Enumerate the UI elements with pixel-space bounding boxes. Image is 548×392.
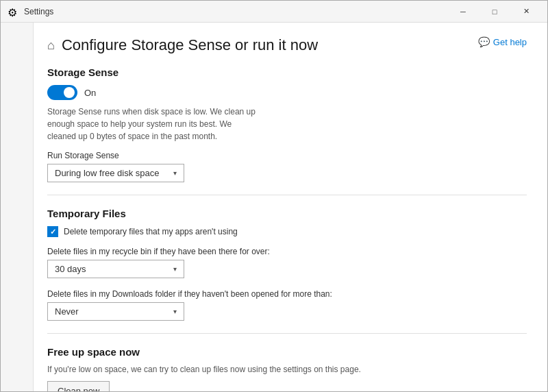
recycle-bin-dropdown-arrow: ▾ (173, 265, 177, 273)
run-storage-dropdown-container: Run Storage Sense During low free disk s… (47, 151, 527, 182)
top-row: ⌂ Configure Storage Sense or run it now … (47, 36, 527, 66)
storage-sense-title: Storage Sense (47, 66, 527, 78)
temporary-files-title: Temporary Files (47, 208, 527, 219)
close-button[interactable]: ✕ (510, 1, 542, 23)
divider-2 (47, 333, 527, 334)
get-help-label: Get help (493, 37, 527, 47)
title-bar-controls: ─ □ ✕ (447, 1, 542, 23)
downloads-dropdown[interactable]: Never ▾ (47, 302, 184, 321)
downloads-dropdown-container: Delete files in my Downloads folder if t… (47, 289, 527, 321)
get-help-link[interactable]: 💬 Get help (478, 36, 527, 47)
maximize-button[interactable]: □ (479, 1, 510, 23)
main-content: ⌂ Configure Storage Sense or run it now … (34, 23, 547, 391)
recycle-bin-dropdown-value: 30 days (55, 264, 86, 274)
recycle-bin-dropdown-container: Delete files in my recycle bin if they h… (47, 247, 527, 278)
sidebar (1, 23, 34, 391)
toggle-row: On (47, 85, 527, 100)
delete-temp-files-checkbox[interactable]: ✓ (47, 226, 58, 237)
storage-sense-description: Storage Sense runs when disk space is lo… (47, 106, 260, 143)
recycle-bin-label: Delete files in my recycle bin if they h… (47, 247, 527, 256)
settings-window-icon: ⚙ (8, 6, 18, 17)
downloads-dropdown-value: Never (55, 306, 79, 317)
title-bar-left: ⚙ Settings (8, 6, 53, 17)
free-up-description: If you're low on space, we can try to cl… (47, 365, 527, 374)
toggle-label: On (84, 88, 96, 98)
free-up-title: Free up space now (47, 346, 527, 358)
temporary-files-section: Temporary Files ✓ Delete temporary files… (47, 208, 527, 321)
settings-window: ⚙ Settings ─ □ ✕ ⌂ Configure Storage Sen… (0, 0, 548, 392)
page-title: Configure Storage Sense or run it now (62, 36, 318, 54)
page-header: ⌂ Configure Storage Sense or run it now (47, 36, 318, 54)
delete-temp-files-row: ✓ Delete temporary files that my apps ar… (47, 226, 527, 237)
free-up-section: Free up space now If you're low on space… (47, 346, 527, 391)
run-storage-dropdown[interactable]: During low free disk space ▾ (47, 164, 184, 182)
run-storage-dropdown-value: During low free disk space (55, 168, 159, 178)
toggle-knob (64, 87, 75, 98)
downloads-label: Delete files in my Downloads folder if t… (47, 289, 527, 299)
content-area: ⌂ Configure Storage Sense or run it now … (1, 23, 547, 391)
home-icon[interactable]: ⌂ (47, 38, 55, 53)
title-bar-title: Settings (24, 7, 53, 16)
storage-sense-toggle[interactable] (47, 85, 77, 100)
downloads-dropdown-arrow: ▾ (173, 308, 177, 315)
help-icon: 💬 (478, 36, 490, 47)
storage-sense-section: Storage Sense On Storage Sense runs when… (47, 66, 527, 182)
title-bar: ⚙ Settings ─ □ ✕ (1, 1, 547, 23)
divider-1 (47, 195, 527, 195)
run-storage-label: Run Storage Sense (47, 151, 527, 160)
delete-temp-files-label: Delete temporary files that my apps aren… (64, 227, 238, 236)
clean-now-button[interactable]: Clean now (47, 381, 110, 391)
recycle-bin-dropdown[interactable]: 30 days ▾ (47, 260, 184, 278)
run-storage-dropdown-arrow: ▾ (173, 169, 177, 177)
minimize-button[interactable]: ─ (447, 1, 479, 23)
checkbox-check: ✓ (50, 228, 56, 236)
